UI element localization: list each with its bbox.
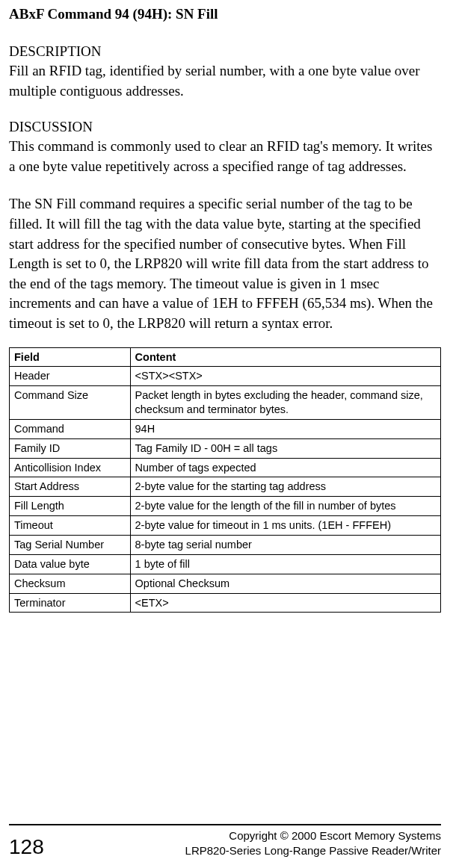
- cell-field: Start Address: [10, 477, 131, 497]
- header-content: Content: [130, 347, 440, 367]
- cell-content: 94H: [130, 419, 440, 438]
- cell-field: Command Size: [10, 386, 131, 420]
- cell-field: Command: [10, 419, 131, 438]
- table-row: ChecksumOptional Checksum: [10, 574, 441, 593]
- description-heading: DESCRIPTION: [9, 43, 441, 60]
- cell-field: Header: [10, 367, 131, 386]
- footer-copyright: Copyright © 2000 Escort Memory Systems: [185, 828, 441, 843]
- discussion-p2: The SN Fill command requires a specific …: [9, 194, 441, 333]
- cell-field: Timeout: [10, 516, 131, 536]
- table-row: Command SizePacket length in bytes exclu…: [10, 386, 441, 420]
- table-row: Tag Serial Number8-byte tag serial numbe…: [10, 535, 441, 554]
- cell-content: 1 byte of fill: [130, 554, 440, 574]
- table-row: Terminator<ETX>: [10, 593, 441, 613]
- cell-field: Checksum: [10, 574, 131, 593]
- cell-content: 2-byte value for the length of the fill …: [130, 497, 440, 516]
- discussion-p1: This command is commonly used to clear a…: [9, 137, 441, 176]
- cell-content: Packet length in bytes excluding the hea…: [130, 386, 440, 420]
- cell-content: Optional Checksum: [130, 574, 440, 593]
- footer-divider: [9, 824, 441, 825]
- cell-content: Tag Family ID - 00H = all tags: [130, 438, 440, 458]
- table-row: Start Address2-byte value for the starti…: [10, 477, 441, 497]
- table-row: Data value byte1 byte of fill: [10, 554, 441, 574]
- cell-field: Family ID: [10, 438, 131, 458]
- page-title: ABxF Command 94 (94H): SN Fill: [9, 6, 441, 22]
- table-row: Command94H: [10, 419, 441, 438]
- cell-field: Terminator: [10, 593, 131, 613]
- cell-field: Fill Length: [10, 497, 131, 516]
- discussion-heading: DISCUSSION: [9, 119, 441, 135]
- description-text: Fill an RFID tag, identified by serial n…: [9, 61, 441, 101]
- page-number: 128: [9, 837, 44, 858]
- footer-text: Copyright © 2000 Escort Memory Systems L…: [185, 828, 441, 858]
- command-table: Field Content Header<STX><STX> Command S…: [9, 347, 441, 613]
- table-row: Anticollision IndexNumber of tags expect…: [10, 458, 441, 477]
- cell-content: Number of tags expected: [130, 458, 440, 477]
- footer-product: LRP820-Series Long-Range Passive Reader/…: [185, 843, 441, 858]
- cell-field: Anticollision Index: [10, 458, 131, 477]
- table-row: Timeout2-byte value for timeout in 1 ms …: [10, 516, 441, 536]
- header-field: Field: [10, 347, 131, 367]
- table-header-row: Field Content: [10, 347, 441, 367]
- table-row: Header<STX><STX>: [10, 367, 441, 386]
- table-row: Fill Length2-byte value for the length o…: [10, 497, 441, 516]
- cell-field: Tag Serial Number: [10, 535, 131, 554]
- cell-content: <STX><STX>: [130, 367, 440, 386]
- cell-content: 2-byte value for the starting tag addres…: [130, 477, 440, 497]
- table-row: Family IDTag Family ID - 00H = all tags: [10, 438, 441, 458]
- cell-content: 2-byte value for timeout in 1 ms units. …: [130, 516, 440, 536]
- cell-field: Data value byte: [10, 554, 131, 574]
- cell-content: 8-byte tag serial number: [130, 535, 440, 554]
- page-footer: 128 Copyright © 2000 Escort Memory Syste…: [9, 824, 441, 858]
- cell-content: <ETX>: [130, 593, 440, 613]
